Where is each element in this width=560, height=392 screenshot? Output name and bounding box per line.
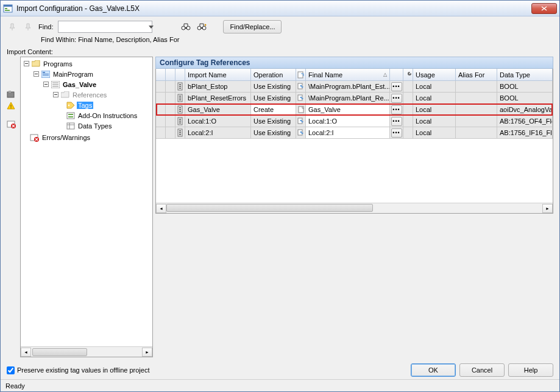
scroll-left-icon[interactable]: ◄ (156, 204, 166, 213)
scroll-thumb[interactable] (166, 204, 373, 212)
table-row[interactable]: Gas_ValveCreateGas_Valve•••LocalaoiDvc_A… (156, 104, 553, 116)
cell-final-name[interactable]: Local:2:I (306, 127, 390, 139)
cell-alias[interactable] (456, 81, 497, 93)
sidebar-warn-icon[interactable]: ! (7, 102, 15, 111)
cell-browse[interactable]: ••• (390, 93, 403, 104)
col-fn-icon[interactable] (296, 69, 306, 81)
ellipsis-button[interactable]: ••• (391, 94, 402, 103)
tree-hscroll[interactable]: ◄ ► (21, 346, 152, 357)
cell-alias[interactable] (456, 116, 497, 127)
tree-main-program[interactable]: MainProgram (52, 71, 94, 78)
col-tagicon[interactable] (175, 69, 185, 81)
preserve-checkbox-wrap[interactable]: Preserve existing tag values in offline … (7, 366, 149, 374)
cell-data-type[interactable]: aoiDvc_AnalogValve (497, 104, 553, 116)
tree-references[interactable]: References (71, 91, 108, 99)
sidebar-errors-icon[interactable] (7, 120, 16, 130)
row-selector[interactable] (156, 116, 166, 127)
cell-operation[interactable]: Create (251, 104, 296, 116)
cell-data-type[interactable]: BOOL (497, 93, 553, 104)
cell-operation[interactable]: Use Existing (251, 81, 296, 93)
scroll-thumb[interactable] (32, 348, 87, 356)
expand-icon[interactable] (52, 91, 59, 98)
cell-import-name[interactable]: bPlant_Estop (185, 81, 251, 93)
ellipsis-button[interactable]: ••• (391, 128, 402, 138)
table-row[interactable]: Local:2:IUse ExistingLocal:2:I•••LocalAB… (156, 127, 553, 139)
expand-icon[interactable] (33, 71, 40, 77)
table-row[interactable]: bPlant_ResetErrorsUse Existing\MainProgr… (156, 93, 553, 104)
cell-final-name[interactable]: Gas_Valve (306, 104, 390, 116)
cell-browse[interactable]: ••• (390, 81, 403, 93)
cell-operation[interactable]: Use Existing (251, 93, 296, 104)
tree-aoi[interactable]: Add-On Instructions (77, 112, 138, 119)
cell-import-name[interactable]: Gas_Valve (185, 104, 251, 116)
scroll-right-icon[interactable]: ► (142, 348, 152, 357)
cell-alias[interactable] (456, 93, 497, 104)
table-row[interactable]: bPlant_EstopUse Existing\MainProgram.bPl… (156, 81, 553, 93)
col-action[interactable] (390, 69, 403, 81)
tree-gas-valve[interactable]: Gas_Valve (62, 81, 97, 88)
cell-data-type[interactable]: BOOL (497, 81, 553, 93)
cell-final-name[interactable]: Local:1:O (306, 116, 390, 127)
cell-final-name[interactable]: \MainProgram.bPlant_Re... (306, 93, 390, 104)
cell-data-type[interactable]: AB:1756_OF4_Float:O: (497, 116, 553, 127)
cell-final-name[interactable]: \MainProgram.bPlant_Est... (306, 81, 390, 93)
find-dropdown-icon[interactable] (146, 21, 156, 33)
grid-hscroll[interactable]: ◄ ► (156, 203, 553, 213)
cell-alias[interactable] (456, 104, 497, 116)
cell-usage[interactable]: Local (413, 81, 456, 93)
row-selector[interactable] (156, 93, 166, 104)
tree-errors[interactable]: Errors/Warnings (41, 134, 91, 141)
col-select[interactable] (156, 69, 166, 81)
sidebar-config-icon[interactable] (7, 90, 16, 100)
ellipsis-button[interactable]: ••• (391, 117, 402, 126)
cell-usage[interactable]: Local (413, 93, 456, 104)
cell-operation[interactable]: Use Existing (251, 127, 296, 139)
col-data-type[interactable]: Data Type (497, 69, 553, 81)
cell-alias[interactable] (456, 127, 497, 139)
expand-icon[interactable] (23, 60, 30, 67)
cell-wrench (403, 116, 413, 127)
binoculars-prev-icon[interactable] (180, 21, 191, 32)
cell-import-name[interactable]: Local:1:O (185, 116, 251, 127)
find-input[interactable] (58, 21, 152, 33)
col-wrench[interactable] (403, 69, 413, 81)
col-import-name[interactable]: Import Name (185, 69, 251, 81)
expand-icon[interactable] (43, 81, 49, 88)
col-final-name[interactable]: Final Name△ (306, 69, 390, 81)
svg-rect-52 (179, 107, 181, 108)
col-usage[interactable]: Usage (413, 69, 456, 81)
ok-button[interactable]: OK (411, 363, 456, 377)
preserve-checkbox[interactable] (7, 366, 15, 374)
cell-usage[interactable]: Local (413, 127, 456, 139)
scroll-left-icon[interactable]: ◄ (21, 348, 31, 357)
cell-usage[interactable]: Local (413, 116, 456, 127)
tree-programs[interactable]: Programs (42, 60, 74, 68)
cell-import-name[interactable]: bPlant_ResetErrors (185, 93, 251, 104)
help-button[interactable]: Help (508, 363, 553, 377)
tree-tags[interactable]: Tags (77, 102, 93, 109)
binoculars-next-icon[interactable] (196, 21, 207, 32)
close-button[interactable] (531, 3, 557, 14)
tree-data-types[interactable]: Data Types (77, 122, 113, 130)
cell-browse[interactable]: ••• (390, 127, 403, 139)
cell-browse[interactable]: ••• (390, 104, 403, 116)
cell-import-name[interactable]: Local:2:I (185, 127, 251, 139)
col-alias[interactable]: Alias For (456, 69, 497, 81)
svg-rect-22 (43, 75, 49, 75)
tree[interactable]: Programs MainProgram Gas_Valve Reference… (21, 57, 152, 346)
cell-operation[interactable]: Use Existing (251, 116, 296, 127)
ellipsis-button[interactable]: ••• (391, 82, 402, 91)
row-selector[interactable] (156, 104, 166, 116)
table-row[interactable]: Local:1:OUse ExistingLocal:1:O•••LocalAB… (156, 116, 553, 127)
row-selector[interactable] (156, 127, 166, 139)
col-marker[interactable] (166, 69, 175, 81)
col-operation[interactable]: Operation (251, 69, 296, 81)
cell-browse[interactable]: ••• (390, 116, 403, 127)
find-replace-button[interactable]: Find/Replace... (223, 20, 282, 33)
row-selector[interactable] (156, 81, 166, 93)
scroll-right-icon[interactable]: ► (542, 204, 553, 213)
cancel-button[interactable]: Cancel (459, 363, 505, 377)
cell-data-type[interactable]: AB:1756_IF16_Float_N (497, 127, 553, 139)
ellipsis-button[interactable]: ••• (391, 105, 402, 114)
cell-usage[interactable]: Local (413, 104, 456, 116)
